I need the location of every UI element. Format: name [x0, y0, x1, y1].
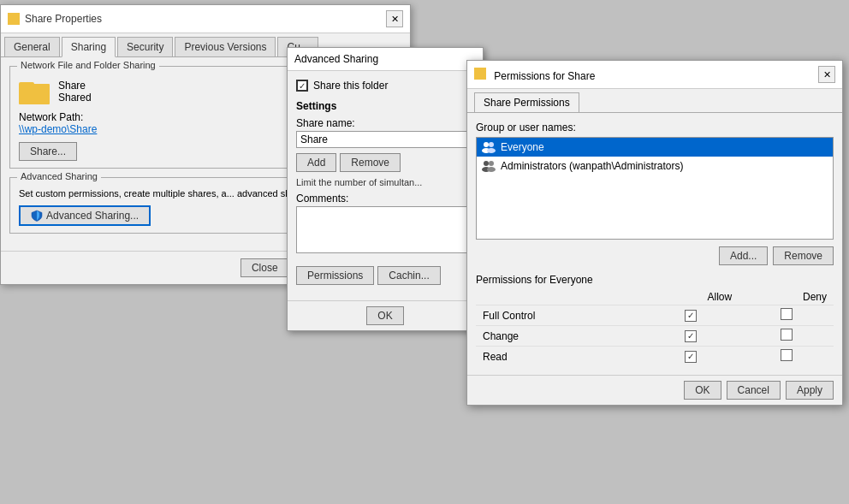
close-button[interactable]: ✕ [386, 10, 403, 27]
share-info: Share Shared [58, 80, 92, 104]
svg-point-3 [487, 148, 496, 153]
adv-remove-button[interactable]: Remove [340, 153, 401, 172]
dialog-title: Share Properties [25, 13, 102, 25]
advanced-sharing-section-title: Advanced Sharing [17, 171, 101, 181]
limit-row: Limit the number of simultan... [296, 177, 474, 187]
network-path-value[interactable]: \\wp-demo\Share [19, 123, 97, 135]
tab-security[interactable]: Security [117, 37, 173, 56]
checkbox-full-deny[interactable] [781, 308, 793, 320]
folder-icon [19, 79, 50, 104]
network-section-title: Network File and Folder Sharing [17, 60, 159, 70]
share-button[interactable]: Share... [19, 142, 77, 161]
group-label: Group or user names: [476, 122, 834, 133]
user-everyone[interactable]: Everyone [477, 138, 833, 157]
perm-apply-button[interactable]: Apply [786, 381, 834, 400]
checkbox-read-allow[interactable] [685, 351, 697, 363]
perm-remove-button[interactable]: Remove [773, 246, 834, 265]
col-allow: Allow [643, 289, 739, 305]
adv-action-row: Permissions Cachin... [296, 266, 474, 285]
comments-input[interactable] [296, 206, 474, 253]
adv-ok-button[interactable]: OK [366, 306, 403, 325]
perm-read-deny[interactable] [739, 347, 834, 367]
user-administrators-icon [482, 159, 496, 173]
tab-sharing[interactable]: Sharing [62, 37, 116, 57]
share-properties-title-bar: Share Properties ✕ [1, 5, 410, 33]
svg-point-2 [489, 142, 494, 147]
perm-tabs: Share Permissions [467, 89, 842, 113]
share-name-label: Share name: [296, 117, 474, 129]
svg-point-6 [489, 161, 494, 166]
share-name: Share [58, 80, 92, 92]
adv-content: ✓ Share this folder Settings Share name:… [288, 71, 483, 300]
settings-label: Settings [296, 100, 474, 112]
adv-bottom-buttons: OK [288, 300, 483, 330]
svg-point-7 [487, 167, 496, 172]
perm-full-control-allow[interactable] [643, 305, 739, 326]
shield-icon [31, 210, 43, 222]
adv-add-remove-row: Add Remove [296, 153, 474, 172]
perm-change: Change [476, 326, 643, 347]
perm-change-allow[interactable] [643, 326, 739, 347]
permissions-table: Allow Deny Full Control Change Read [476, 289, 834, 366]
caching-button[interactable]: Cachin... [377, 266, 440, 285]
checkbox-full-allow[interactable] [685, 310, 697, 322]
checkbox-change-allow[interactable] [685, 330, 697, 342]
perm-bottom-buttons: OK Cancel Apply [467, 375, 842, 405]
share-state: Shared [58, 92, 92, 104]
perm-title-text: Permissions for Share [474, 68, 595, 82]
tab-share-permissions[interactable]: Share Permissions [474, 92, 579, 112]
comments-row: Comments: [296, 193, 474, 261]
adv-dialog-title: Advanced Sharing [294, 53, 378, 65]
advanced-sharing-button[interactable]: Advanced Sharing... [19, 205, 151, 226]
share-folder-label: Share this folder [313, 80, 388, 92]
perm-close-button[interactable]: ✕ [818, 66, 835, 83]
users-list: Everyone Administrators (wanpath\Adminis… [476, 137, 834, 240]
tab-general[interactable]: General [4, 37, 60, 56]
share-folder-row: ✓ Share this folder [296, 80, 474, 92]
permissions-dialog: Permissions for Share ✕ Share Permission… [466, 60, 843, 406]
tab-previous-versions[interactable]: Previous Versions [175, 37, 276, 56]
perm-read-allow[interactable] [643, 347, 739, 367]
perm-change-deny[interactable] [739, 326, 834, 347]
perm-read: Read [476, 347, 643, 367]
perm-content: Group or user names: Everyone Admi [467, 113, 842, 375]
share-name-input[interactable] [296, 131, 474, 148]
table-row: Change [476, 326, 834, 347]
advanced-sharing-dialog: Advanced Sharing ✓ Share this folder Set… [287, 47, 484, 331]
table-row: Full Control [476, 305, 834, 326]
table-row: Read [476, 347, 834, 367]
svg-point-4 [484, 161, 489, 166]
perm-dialog-title: Permissions for Share [494, 70, 595, 82]
checkbox-change-deny[interactable] [781, 329, 793, 341]
close-button-bottom[interactable]: Close [240, 258, 289, 277]
network-path-label: Network Path: [19, 111, 83, 123]
col-deny: Deny [739, 289, 834, 305]
comments-label: Comments: [296, 193, 474, 205]
perm-title-icon [474, 68, 486, 80]
perm-full-control: Full Control [476, 305, 643, 326]
title-icon [8, 13, 20, 25]
perm-ok-button[interactable]: OK [684, 381, 721, 400]
advanced-sharing-btn-label: Advanced Sharing... [46, 210, 139, 222]
col-permission [476, 289, 643, 305]
share-name-row: Share name: [296, 117, 474, 148]
adv-title-bar: Advanced Sharing [288, 48, 483, 71]
title-bar-text: Share Properties [8, 13, 102, 25]
user-everyone-icon [482, 140, 496, 154]
perm-add-button[interactable]: Add... [719, 246, 768, 265]
adv-add-button[interactable]: Add [296, 153, 336, 172]
user-everyone-name: Everyone [501, 141, 544, 153]
permissions-button[interactable]: Permissions [296, 266, 374, 285]
checkbox-read-deny[interactable] [781, 349, 793, 361]
user-administrators-name: Administrators (wanpath\Administrators) [501, 160, 683, 172]
svg-point-0 [484, 142, 489, 147]
share-folder-checkbox[interactable]: ✓ [296, 80, 308, 92]
perm-cancel-button[interactable]: Cancel [727, 381, 781, 400]
perm-btn-row: Add... Remove [476, 246, 834, 265]
perm-full-control-deny[interactable] [739, 305, 834, 326]
user-administrators[interactable]: Administrators (wanpath\Administrators) [477, 157, 833, 175]
perm-title-bar: Permissions for Share ✕ [467, 61, 842, 89]
perm-table-title: Permissions for Everyone [476, 274, 834, 286]
